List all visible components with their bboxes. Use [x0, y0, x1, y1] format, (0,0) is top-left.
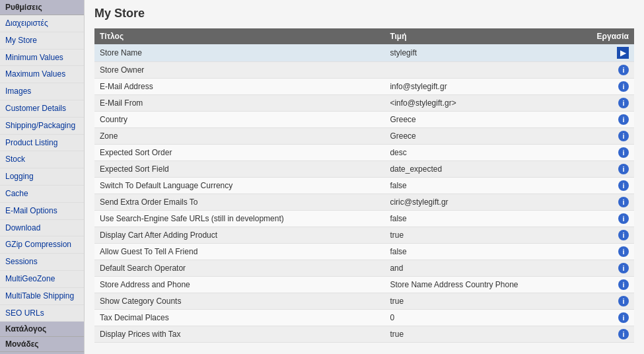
sidebar-item[interactable]: Download [0, 220, 84, 237]
info-icon[interactable]: i [618, 329, 629, 339]
row-value: 0 [384, 310, 591, 326]
info-icon[interactable]: i [618, 197, 629, 207]
sidebar-item[interactable]: Product Listing [0, 135, 84, 152]
sidebar-item[interactable]: GZip Compression [0, 236, 84, 254]
row-action[interactable]: i [592, 145, 634, 161]
row-action[interactable]: i [592, 112, 634, 128]
row-action[interactable]: i [592, 227, 634, 244]
row-title: Switch To Default Language Currency [94, 178, 384, 194]
info-icon[interactable]: i [618, 263, 629, 273]
sidebar-item[interactable]: Minimum Values [0, 50, 84, 67]
sidebar-item[interactable]: Maximum Values [0, 66, 84, 83]
row-title: Zone [94, 128, 384, 145]
settings-table: Τίτλος Τιμή Εργασία Store Namestylegift▶… [94, 28, 634, 343]
table-row: Expected Sort Orderdesci [94, 145, 634, 161]
row-action[interactable]: ▶ [592, 44, 634, 62]
info-icon[interactable]: i [618, 246, 629, 257]
sidebar-item[interactable]: Sessions [0, 254, 84, 271]
row-title: Allow Guest To Tell A Friend [94, 244, 384, 260]
info-icon[interactable]: i [618, 279, 629, 290]
table-row: Display Cart After Adding Producttruei [94, 227, 634, 244]
row-title: Use Search-Engine Safe URLs (still in de… [94, 211, 384, 227]
table-body: Store Namestylegift▶Store OwneriE-Mail A… [94, 44, 634, 343]
row-value: true [384, 326, 591, 343]
sidebar-item[interactable]: SEO URLs [0, 305, 84, 322]
row-value: and [384, 260, 591, 277]
row-value: <info@stylegift.gr> [384, 95, 591, 112]
info-icon[interactable]: i [618, 98, 629, 108]
row-value: false [384, 211, 591, 227]
info-icon[interactable]: i [618, 230, 629, 240]
sidebar-item[interactable]: Shipping/Packaging [0, 118, 84, 135]
table-row: Default Search Operatorandi [94, 260, 634, 277]
row-title: Store Owner [94, 62, 384, 79]
table-row: Show Category Countstruei [94, 293, 634, 310]
play-button[interactable]: ▶ [617, 47, 629, 59]
col-header-title: Τίτλος [94, 28, 384, 44]
info-icon[interactable]: i [618, 312, 629, 323]
info-icon[interactable]: i [618, 131, 629, 141]
table-row: CountryGreecei [94, 112, 634, 128]
row-value: desc [384, 145, 591, 161]
table-row: Store Address and PhoneStore Name Addres… [94, 277, 634, 293]
row-title: Display Prices with Tax [94, 326, 384, 343]
info-icon[interactable]: i [618, 114, 629, 125]
row-value: Greece [384, 128, 591, 145]
row-action[interactable]: i [592, 161, 634, 178]
sidebar-item[interactable]: MultiTable Shipping [0, 288, 84, 305]
row-action[interactable]: i [592, 310, 634, 326]
row-value: false [384, 178, 591, 194]
row-title: Expected Sort Field [94, 161, 384, 178]
row-title: Store Name [94, 44, 384, 62]
row-action[interactable]: i [592, 293, 634, 310]
row-action[interactable]: i [592, 244, 634, 260]
row-title: Store Address and Phone [94, 277, 384, 293]
row-value: false [384, 244, 591, 260]
row-value: stylegift [384, 44, 591, 62]
table-row: ZoneGreecei [94, 128, 634, 145]
table-row: Store Owneri [94, 62, 634, 79]
row-action[interactable]: i [592, 194, 634, 211]
sidebar-item[interactable]: Images [0, 83, 84, 100]
sidebar-item[interactable]: Stock [0, 151, 84, 168]
row-value: Greece [384, 112, 591, 128]
row-action[interactable]: i [592, 260, 634, 277]
row-value: true [384, 293, 591, 310]
row-title: E-Mail From [94, 95, 384, 112]
table-row: Display Prices with Taxtruei [94, 326, 634, 343]
row-title: Country [94, 112, 384, 128]
sidebar-item[interactable]: E-Mail Options [0, 203, 84, 220]
info-icon[interactable]: i [618, 65, 629, 75]
row-value: info@stylegift.gr [384, 79, 591, 95]
sidebar-item[interactable]: Logging [0, 168, 84, 186]
table-row: Expected Sort Fielddate_expectedi [94, 161, 634, 178]
info-icon[interactable]: i [618, 81, 629, 92]
info-icon[interactable]: i [618, 147, 629, 158]
row-action[interactable]: i [592, 178, 634, 194]
row-action[interactable]: i [592, 79, 634, 95]
row-action[interactable]: i [592, 62, 634, 79]
info-icon[interactable]: i [618, 213, 629, 224]
row-action[interactable]: i [592, 95, 634, 112]
sidebar-section-header: Κατάλογος [0, 322, 84, 337]
row-action[interactable]: i [592, 128, 634, 145]
sidebar: ΡυθμίσειςΔιαχειριστέςMy StoreMinimum Val… [0, 0, 85, 354]
sidebar-item[interactable]: My Store [0, 32, 84, 50]
sidebar-item[interactable]: Cache [0, 186, 84, 203]
sidebar-item[interactable]: Customer Details [0, 100, 84, 118]
info-icon[interactable]: i [618, 164, 629, 174]
table-row: Tax Decimal Places0i [94, 310, 634, 326]
row-title: Send Extra Order Emails To [94, 194, 384, 211]
row-action[interactable]: i [592, 211, 634, 227]
sidebar-item[interactable]: Διαχειριστές [0, 15, 84, 32]
info-icon[interactable]: i [618, 296, 629, 306]
row-title: E-Mail Address [94, 79, 384, 95]
col-header-action: Εργασία [592, 28, 634, 44]
row-action[interactable]: i [592, 326, 634, 343]
table-row: Switch To Default Language Currencyfalse… [94, 178, 634, 194]
col-header-value: Τιμή [384, 28, 591, 44]
sidebar-section-header: Ρυθμίσεις [0, 0, 84, 15]
row-action[interactable]: i [592, 277, 634, 293]
sidebar-item[interactable]: MultiGeoZone [0, 271, 84, 288]
info-icon[interactable]: i [618, 180, 629, 191]
